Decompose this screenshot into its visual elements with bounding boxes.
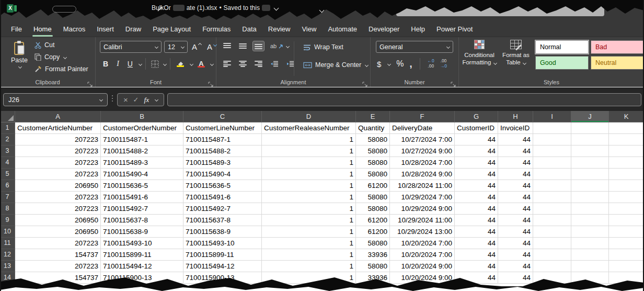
- cell-F11[interactable]: 10/20/2024 7:00: [390, 238, 455, 249]
- cell-I5[interactable]: [533, 169, 571, 180]
- cell-I2[interactable]: [533, 134, 571, 146]
- cell-K11[interactable]: [609, 238, 644, 249]
- align-left-button[interactable]: [222, 59, 233, 69]
- cell-A1[interactable]: CustomerArticleNumber: [15, 122, 101, 134]
- cell-D3[interactable]: 1: [262, 146, 356, 157]
- cell-F4[interactable]: 10/28/2024 7:00: [390, 157, 455, 169]
- cell-A11[interactable]: 207223: [15, 238, 101, 249]
- column-header-I[interactable]: I: [533, 111, 571, 122]
- cell-G9[interactable]: 44: [455, 215, 498, 226]
- cell-G14[interactable]: 44: [455, 272, 498, 284]
- cell-E11[interactable]: 58080: [356, 238, 390, 249]
- align-center-button[interactable]: [237, 59, 248, 69]
- cell-I12[interactable]: [533, 249, 571, 261]
- cell-I3[interactable]: [533, 146, 571, 157]
- bottom-align-button[interactable]: [253, 41, 264, 51]
- cell-B10[interactable]: 7100115638-9: [101, 226, 183, 238]
- row-header-7[interactable]: 7: [0, 192, 15, 203]
- top-align-button[interactable]: [222, 41, 233, 51]
- clipboard-dialog-launcher-icon[interactable]: [87, 80, 93, 85]
- cell-J14[interactable]: [571, 272, 609, 284]
- cell-F14[interactable]: 10/20/2024 9:00: [390, 272, 455, 284]
- tab-view[interactable]: View: [296, 23, 322, 36]
- cell-C6[interactable]: 7100115636-5: [183, 180, 262, 192]
- cell-E4[interactable]: 58080: [356, 157, 390, 169]
- cell-B2[interactable]: 7100115487-1: [101, 134, 183, 146]
- tab-macros[interactable]: Macros: [58, 23, 91, 36]
- cell-D11[interactable]: 1: [262, 238, 356, 249]
- cell-C2[interactable]: 7100115487-1: [183, 134, 262, 146]
- row-header-13[interactable]: 13: [0, 261, 15, 272]
- font-dialog-launcher-icon[interactable]: [208, 80, 213, 85]
- cell-D5[interactable]: 1: [262, 169, 356, 180]
- cell-B4[interactable]: 7100115489-3: [101, 157, 183, 169]
- cell-D10[interactable]: 1: [262, 226, 356, 238]
- cell-F10[interactable]: 10/29/2024 13:00: [390, 226, 455, 238]
- cell-H6[interactable]: 44: [498, 180, 533, 192]
- font-size-select[interactable]: 12: [164, 41, 188, 53]
- middle-align-button[interactable]: [237, 41, 248, 51]
- cell-K10[interactable]: [609, 226, 644, 238]
- cell-style-neutral[interactable]: Neutral: [591, 56, 644, 70]
- cell-J7[interactable]: [571, 192, 609, 203]
- cell-A3[interactable]: 207223: [15, 146, 101, 157]
- copy-button[interactable]: Copy: [34, 53, 88, 61]
- cell-E10[interactable]: 61200: [356, 226, 390, 238]
- cell-E8[interactable]: 58080: [356, 203, 390, 215]
- cell-D9[interactable]: 1: [262, 215, 356, 226]
- cell-C8[interactable]: 7100115492-7: [183, 203, 262, 215]
- row-header-14[interactable]: 14: [0, 272, 15, 284]
- cell-A7[interactable]: 207223: [15, 192, 101, 203]
- cell-G13[interactable]: 44: [455, 261, 498, 272]
- cell-C11[interactable]: 7100115493-10: [183, 238, 262, 249]
- fill-color-chevron-icon[interactable]: [190, 62, 193, 65]
- cell-F7[interactable]: 10/29/2024 7:00: [390, 192, 455, 203]
- cell-H12[interactable]: 44: [498, 249, 533, 261]
- cell-E14[interactable]: 33936: [356, 272, 390, 284]
- borders-chevron-icon[interactable]: [163, 62, 167, 65]
- cell-J2[interactable]: [571, 134, 609, 146]
- cell-A6[interactable]: 206950: [15, 180, 101, 192]
- increase-decimal-button[interactable]: ←0.00: [428, 59, 434, 69]
- title-dropdown-chevron-icon[interactable]: [274, 5, 279, 10]
- cell-K7[interactable]: [609, 192, 644, 203]
- column-header-F[interactable]: F: [390, 111, 455, 122]
- row-header-11[interactable]: 11: [0, 238, 15, 249]
- tab-draw[interactable]: Draw: [120, 23, 147, 36]
- tab-data[interactable]: Data: [236, 23, 262, 36]
- alignment-dialog-launcher-icon[interactable]: [362, 80, 367, 85]
- cell-G1[interactable]: CustomerID: [455, 122, 498, 134]
- cell-A14[interactable]: 154737: [15, 272, 101, 284]
- cell-H11[interactable]: 44: [498, 238, 533, 249]
- tab-power-pivot[interactable]: Power Pivot: [431, 23, 478, 36]
- cell-D7[interactable]: 1: [262, 192, 356, 203]
- tab-automate[interactable]: Automate: [322, 23, 363, 36]
- column-header-E[interactable]: E: [356, 111, 390, 122]
- cell-C9[interactable]: 7100115637-8: [183, 215, 262, 226]
- cell-J1[interactable]: [571, 122, 609, 134]
- cell-I13[interactable]: [533, 261, 571, 272]
- cell-C14[interactable]: 7100115900-13: [183, 272, 262, 284]
- font-color-button[interactable]: A: [195, 59, 208, 69]
- select-all-corner[interactable]: [0, 111, 15, 122]
- enter-button[interactable]: ✓: [133, 96, 139, 104]
- cell-B1[interactable]: CustomerOrderNumber: [101, 122, 183, 134]
- cell-A9[interactable]: 206950: [15, 215, 101, 226]
- cell-H9[interactable]: 44: [498, 215, 533, 226]
- cell-A5[interactable]: 207223: [15, 169, 101, 180]
- fill-color-button[interactable]: [174, 59, 187, 69]
- cell-G3[interactable]: 44: [455, 146, 498, 157]
- row-header-5[interactable]: 5: [0, 169, 15, 180]
- cell-H7[interactable]: 44: [498, 192, 533, 203]
- format-painter-button[interactable]: Format Painter: [34, 65, 88, 73]
- name-box[interactable]: J26: [3, 93, 108, 106]
- cell-J10[interactable]: [571, 226, 609, 238]
- cell-H13[interactable]: 44: [498, 261, 533, 272]
- cell-J13[interactable]: [571, 261, 609, 272]
- cell-E13[interactable]: 58080: [356, 261, 390, 272]
- cell-C1[interactable]: CustomerLineNumber: [183, 122, 262, 134]
- cell-I8[interactable]: [533, 203, 571, 215]
- tab-developer[interactable]: Developer: [363, 23, 405, 36]
- cell-H4[interactable]: 44: [498, 157, 533, 169]
- number-dialog-launcher-icon[interactable]: [451, 80, 456, 85]
